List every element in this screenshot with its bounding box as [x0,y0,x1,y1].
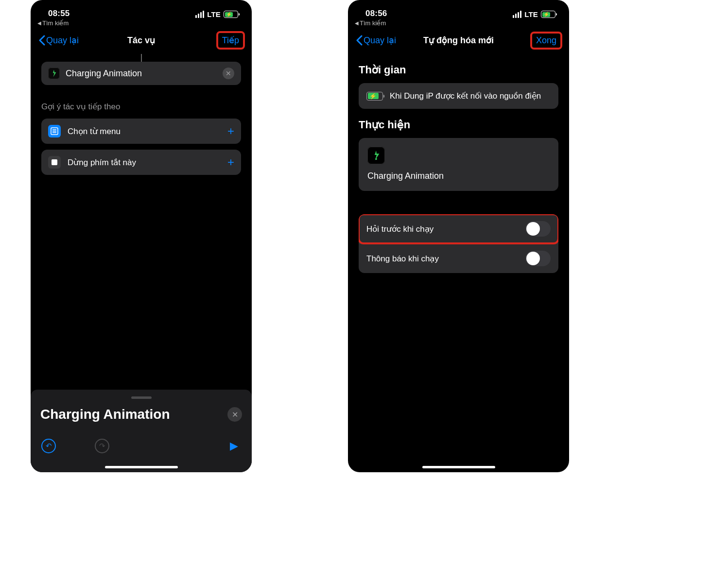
back-button[interactable]: Quay lại [356,35,396,46]
signal-icon [513,11,521,18]
trigger-text: Khi Dung iP được kết nối vào nguồn điện [390,91,541,101]
run-button[interactable]: ▶ [226,439,241,453]
status-bar: 08:55 LTE ⚡ [31,0,252,18]
battery-charging-icon: ⚡ [366,92,383,101]
suggestion-label: Dừng phím tắt này [68,157,221,168]
back-to-app[interactable]: ◀Tìm kiếm [31,18,252,27]
next-button[interactable]: Tiếp [217,32,244,49]
sheet-close-button[interactable]: ✕ [227,407,242,422]
chevron-left-icon [356,35,363,46]
do-section-header: Thực hiện [359,119,558,131]
action-label: Charging Animation [367,171,550,181]
svg-rect-4 [52,159,57,165]
suggestion-item-stop[interactable]: Dừng phím tắt này + [41,150,241,175]
network-label: LTE [524,10,538,18]
options-group: Hỏi trước khi chạy Thông báo khi chạy [359,214,558,273]
battery-icon: ⚡ [224,11,238,18]
add-icon[interactable]: + [227,155,234,169]
notify-when-run-row[interactable]: Thông báo khi chạy [359,243,558,273]
signal-icon [195,11,204,18]
page-title: Tác vụ [127,35,155,46]
suggestion-label: Chọn từ menu [68,126,221,137]
trigger-card[interactable]: ⚡ Khi Dung iP được kết nối vào nguồn điệ… [359,83,558,109]
sheet-grabber[interactable] [131,396,152,399]
connector-line [141,54,142,62]
back-button[interactable]: Quay lại [38,35,79,46]
page-title: Tự động hóa mới [423,35,494,46]
ask-toggle[interactable] [525,221,551,237]
action-card[interactable]: Charging Animation [359,138,558,191]
option-label: Hỏi trước khi chạy [366,224,433,234]
notify-toggle[interactable] [525,251,551,266]
action-label: Charging Animation [66,69,217,79]
phone-screenshot-right: 08:56 LTE ⚡ ◀Tìm kiếm Quay lại Tự động h… [348,0,569,472]
suggestion-item-menu[interactable]: Chọn từ menu + [41,119,241,144]
chevron-left-icon [38,35,45,46]
back-to-app[interactable]: ◀Tìm kiếm [348,18,569,27]
nav-header: Quay lại Tự động hóa mới Xong [348,27,569,54]
redo-button: ↷ [95,439,109,453]
ask-before-run-row[interactable]: Hỏi trước khi chạy [359,214,558,243]
clear-action-button[interactable]: ✕ [223,68,234,79]
status-time: 08:56 [365,9,387,18]
phone-screenshot-left: 08:55 LTE ⚡ ◀Tìm kiếm Quay lại Tác vụ Ti… [31,0,252,472]
stop-icon [48,156,61,169]
sheet-title: Charging Animation [40,407,170,422]
selected-action-card[interactable]: Charging Animation ✕ [41,62,241,85]
status-time: 08:55 [48,9,69,18]
home-indicator[interactable] [105,466,178,468]
done-button[interactable]: Xong [531,33,561,49]
charging-animation-app-icon [48,68,60,79]
when-section-header: Thời gian [359,64,558,76]
bottom-sheet[interactable]: Charging Animation ✕ ↶ ↷ ▶ [31,390,252,472]
status-bar: 08:56 LTE ⚡ [348,0,569,18]
undo-button[interactable]: ↶ [41,439,56,453]
suggestions-header: Gợi ý tác vụ tiếp theo [41,102,241,112]
svg-point-5 [375,158,377,160]
menu-icon [48,125,61,137]
add-icon[interactable]: + [227,124,234,138]
nav-header: Quay lại Tác vụ Tiếp [31,27,252,54]
home-indicator[interactable] [422,466,495,468]
option-label: Thông báo khi chạy [366,254,439,264]
network-label: LTE [207,10,221,18]
battery-icon: ⚡ [541,11,555,18]
charging-animation-app-icon [367,147,385,164]
